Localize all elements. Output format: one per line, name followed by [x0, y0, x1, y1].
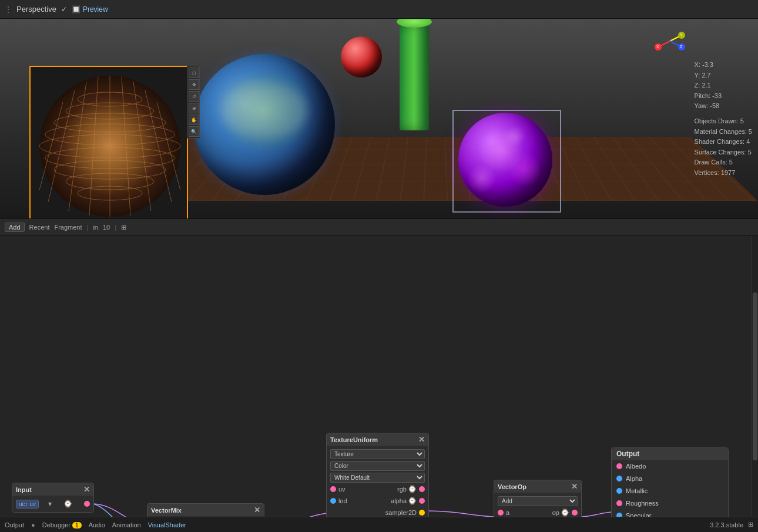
svg-text:X: X: [656, 45, 659, 49]
texture-uniform-1: TextureUniform ✕ Texture Color White Def…: [326, 433, 429, 517]
orientation-gizmo: Y Z X: [652, 23, 687, 59]
output-node-header: Output: [612, 448, 728, 460]
debugger-tab[interactable]: Debugger 1: [42, 521, 82, 528]
fragment-label: Fragment: [54, 224, 82, 231]
vectorop-op-row: Add: [498, 495, 578, 507]
vectormix1-close[interactable]: ✕: [254, 506, 260, 514]
texture1-close[interactable]: ✕: [418, 435, 425, 444]
output-metallic-row: Metallic: [612, 484, 728, 497]
output-alpha-port[interactable]: [616, 476, 622, 482]
menu-dots: ⋮: [5, 5, 12, 14]
recent-label: Recent: [29, 224, 50, 231]
vectorop-a-port[interactable]: [498, 510, 504, 516]
vectormix1-header: VectorMix ✕: [147, 504, 264, 516]
texture1-lod-row: lod alpha ⌚: [330, 495, 425, 507]
audio-tab[interactable]: Audio: [89, 521, 105, 528]
input-node-1: Input ✕ uc↕ uv ▾ ⌚: [12, 483, 94, 513]
vectorop-header: VectorOp ✕: [494, 480, 581, 493]
visual-shader-tab[interactable]: VisualShader: [148, 521, 186, 528]
texture1-default-dropdown[interactable]: White Default: [330, 473, 425, 483]
node-editor[interactable]: Input ✕ uc↕ uv ▾ ⌚ Input ✕ flt time ▾ ⌚: [0, 236, 758, 517]
texture1-type-row: Texture: [330, 448, 425, 460]
texture1-default-row: White Default: [330, 472, 425, 483]
red-ball: [341, 36, 382, 78]
top-bar: ⋮ Perspective ✓ 🔲 Preview: [0, 0, 758, 19]
node-toolbar: Add Recent Fragment | in 10 | ⊞: [0, 218, 758, 236]
svg-text:Z: Z: [680, 45, 683, 49]
texture1-alpha-port[interactable]: [419, 498, 425, 504]
input-node-1-header: Input ✕: [12, 483, 93, 496]
expand-icon: ⊞: [121, 224, 126, 231]
count-label: 10: [103, 224, 110, 231]
animation-tab[interactable]: Animation: [112, 521, 141, 528]
input1-out-port[interactable]: [84, 501, 90, 507]
vectorop-operation-dropdown[interactable]: Add: [498, 496, 578, 506]
texture1-type-dropdown[interactable]: Texture: [330, 449, 425, 459]
version-label: 3.2.3.stable: [710, 521, 743, 528]
vectorop-op-out-port[interactable]: [572, 510, 578, 516]
earth-sphere: [194, 54, 335, 195]
output-node: Output Albedo Alpha Metallic Roughness S…: [611, 447, 729, 517]
output-tab[interactable]: Output: [5, 521, 24, 528]
output-specular-port[interactable]: [616, 513, 622, 517]
input1-dropdown-icon[interactable]: ▾: [48, 500, 52, 508]
output-alpha-row: Alpha: [612, 472, 728, 484]
input1-type-row: uc↕ uv ▾ ⌚: [16, 498, 90, 510]
tool-rotate[interactable]: ↺: [189, 91, 199, 102]
vectorop-a-row: a op ⌚: [498, 507, 578, 517]
tool-pan[interactable]: ✋: [189, 115, 199, 125]
svg-text:Y: Y: [680, 33, 683, 37]
gizmo-svg: Y Z X: [652, 23, 687, 59]
in-label: in: [93, 224, 98, 231]
texture1-channel-dropdown[interactable]: Color: [330, 461, 425, 471]
output-specular-row: Specular: [612, 509, 728, 517]
tool-zoom[interactable]: 🔍: [189, 126, 199, 137]
purple-ball: [458, 113, 552, 207]
output-albedo-row: Albedo: [612, 460, 728, 472]
green-cylinder: [400, 25, 429, 130]
uv-preview-panel: [29, 66, 188, 218]
input1-tag: uc↕ uv: [16, 500, 39, 509]
vectormix-node-1: VectorMix ✕ a mix ⌚ b 0.03,-0.02,0 weigh…: [147, 503, 264, 517]
tool-move[interactable]: ✥: [189, 79, 199, 90]
texture1-uv-port[interactable]: [330, 486, 336, 492]
debugger-badge: 1: [72, 522, 82, 528]
preview-button[interactable]: 🔲 Preview: [72, 5, 108, 14]
texture1-uv-row: uv rgb ⌚: [330, 483, 425, 495]
add-button[interactable]: Add: [5, 223, 25, 232]
uv-toolbar: ◻ ✥ ↺ ⊕ ✋ 🔍: [187, 66, 200, 139]
texture1-sampler-port[interactable]: [419, 510, 425, 516]
texture1-lod-port[interactable]: [330, 498, 336, 504]
scrollbar[interactable]: [751, 236, 758, 517]
vectorop-node: VectorOp ✕ Add a op ⌚ b: [494, 480, 582, 517]
viewport-title: Perspective: [16, 5, 56, 14]
input-node-1-close[interactable]: ✕: [83, 485, 90, 494]
tool-select[interactable]: ◻: [189, 68, 199, 78]
status-bar: Output ● Debugger 1 Audio Animation Visu…: [0, 517, 758, 532]
output-albedo-port[interactable]: [616, 463, 622, 469]
preview-check: ✓: [61, 5, 67, 14]
tool-scale[interactable]: ⊕: [189, 103, 199, 113]
vectorop-close[interactable]: ✕: [571, 482, 578, 491]
scrollbar-thumb[interactable]: [753, 292, 757, 461]
output-metallic-port[interactable]: [616, 488, 622, 494]
camera-info: X: -3.3 Y: 2.7 Z: 2.1 Pitch: -33 Yaw: -5…: [695, 60, 752, 179]
uv-mesh: [31, 67, 187, 218]
texture1-header: TextureUniform ✕: [327, 433, 428, 446]
toolbar-separator: |: [87, 224, 89, 231]
texture1-channel-row: Color: [330, 460, 425, 472]
viewport[interactable]: ◻ ✥ ↺ ⊕ ✋ 🔍 Y Z X X: -3.3 Y: 2.7 Z: 2.1 …: [0, 19, 758, 218]
output-roughness-row: Roughness: [612, 497, 728, 509]
layout-icon: ⊞: [748, 521, 753, 528]
texture1-rgb-port[interactable]: [419, 486, 425, 492]
texture1-sampler-row: sampler2D: [330, 507, 425, 517]
toolbar-separator2: |: [115, 224, 116, 231]
output-roughness-port[interactable]: [616, 500, 622, 506]
